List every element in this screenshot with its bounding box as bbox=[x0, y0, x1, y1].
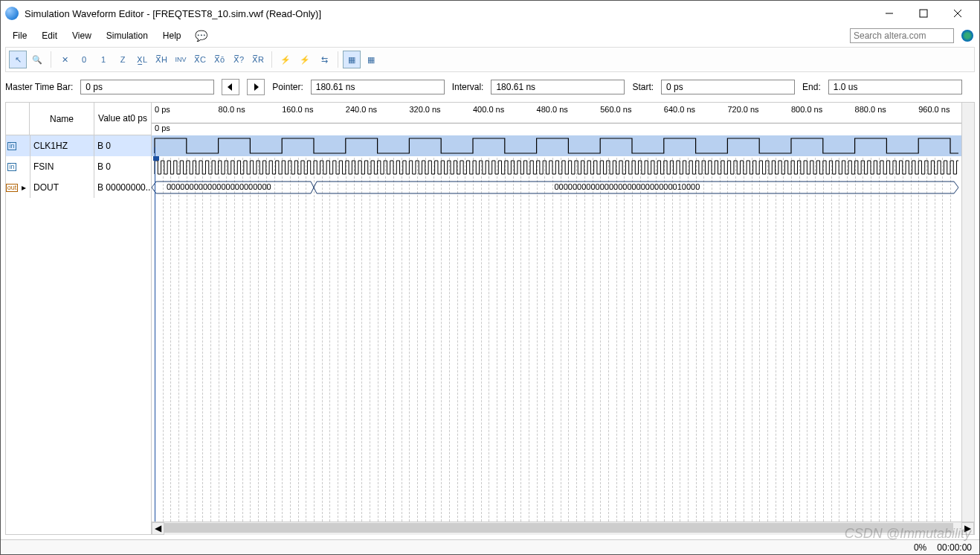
menu-view[interactable]: View bbox=[66, 28, 97, 43]
signal-dir-icon: in bbox=[6, 135, 18, 156]
signal-dir-icon: out bbox=[6, 177, 18, 198]
menu-bar: File Edit View Simulation Help 💬 bbox=[1, 26, 979, 45]
tool-pointer[interactable]: ↖ bbox=[9, 51, 27, 68]
tool-xo[interactable]: X̅ō bbox=[210, 51, 228, 68]
tool-xq[interactable]: X̅? bbox=[230, 51, 248, 68]
horizontal-scrollbar[interactable]: ◀ ▶ bbox=[152, 522, 974, 534]
globe-icon[interactable] bbox=[961, 30, 973, 42]
tool-force-1[interactable]: 1 bbox=[94, 51, 112, 68]
start-field[interactable] bbox=[661, 80, 795, 94]
waveform-row-dout[interactable]: 0000000000000000000000000000000000000000… bbox=[152, 177, 974, 198]
status-progress: 0% bbox=[914, 542, 926, 553]
menu-help[interactable]: Help bbox=[157, 28, 187, 43]
window-title: Simulation Waveform Editor - [FREQTEST8_… bbox=[25, 8, 872, 19]
prev-button[interactable] bbox=[222, 79, 239, 95]
waveform-row-fsin[interactable] bbox=[152, 156, 974, 177]
waveform-row-clk1hz[interactable] bbox=[152, 135, 974, 156]
toolbar: ↖ 🔍 ✕ 0 1 Z X̲L X̅H INV X̅C X̅ō X̅? X̅R … bbox=[5, 47, 975, 72]
tool-rand1[interactable]: ⚡ bbox=[277, 51, 294, 68]
help-bubble-icon[interactable]: 💬 bbox=[195, 30, 207, 42]
tool-rand2[interactable]: ⚡ bbox=[296, 51, 314, 68]
tool-force-xl[interactable]: X̲L bbox=[133, 51, 151, 68]
start-label: Start: bbox=[632, 82, 654, 92]
tool-zoom[interactable]: 🔍 bbox=[28, 51, 46, 68]
pointer-label: Pointer: bbox=[272, 82, 303, 92]
time-marker[interactable] bbox=[155, 147, 155, 522]
svg-rect-1 bbox=[920, 10, 927, 17]
signal-name: CLK1HZ bbox=[30, 135, 94, 156]
svg-marker-5 bbox=[254, 83, 259, 91]
expand-icon bbox=[18, 135, 30, 156]
col-value[interactable]: Value at0 ps bbox=[94, 103, 151, 135]
close-button[interactable] bbox=[941, 3, 975, 24]
master-time-field[interactable] bbox=[80, 80, 214, 94]
signal-row-fsin[interactable]: inFSINB 0 bbox=[6, 156, 151, 177]
status-time: 00:00:00 bbox=[937, 542, 972, 553]
end-label: End: bbox=[802, 82, 821, 92]
menu-edit[interactable]: Edit bbox=[36, 28, 63, 43]
tool-force-0[interactable]: 0 bbox=[75, 51, 93, 68]
menu-file[interactable]: File bbox=[7, 28, 33, 43]
next-button[interactable] bbox=[247, 79, 265, 95]
main-area: Name Value at0 ps inCLK1HZB 0inFSINB 0ou… bbox=[5, 102, 975, 535]
signal-value: B 0 bbox=[94, 156, 151, 177]
marker-label: 0 ps bbox=[155, 123, 170, 132]
waveform-canvas[interactable]: 0000000000000000000000000000000000000000… bbox=[152, 135, 974, 522]
signal-name: DOUT bbox=[30, 177, 94, 198]
tool-xr[interactable]: X̅R bbox=[249, 51, 267, 68]
signal-panel: Name Value at0 ps inCLK1HZB 0inFSINB 0ou… bbox=[6, 103, 152, 534]
scroll-right-icon[interactable]: ▶ bbox=[961, 522, 974, 535]
app-icon bbox=[5, 7, 19, 20]
tool-xc[interactable]: X̅C bbox=[191, 51, 209, 68]
status-bar: 0% 00:00:00 bbox=[1, 539, 979, 554]
tool-force-x[interactable]: ✕ bbox=[56, 51, 74, 68]
signal-name: FSIN bbox=[30, 156, 94, 177]
signal-row-dout[interactable]: out▸DOUTB 00000000... bbox=[6, 177, 151, 198]
tool-invert[interactable]: INV bbox=[172, 51, 190, 68]
tool-eq[interactable]: ▦ bbox=[362, 51, 380, 68]
tool-snap[interactable]: ⇆ bbox=[315, 51, 333, 68]
signal-value: B 0 bbox=[94, 135, 151, 156]
waveform-area: 0 ps80.0 ns160.0 ns240.0 ns320.0 ns400.0… bbox=[152, 103, 974, 534]
minimize-button[interactable] bbox=[872, 3, 906, 24]
marker-row[interactable]: 0 ps bbox=[152, 123, 974, 135]
tool-force-xh[interactable]: X̅H bbox=[152, 51, 170, 68]
tool-grid[interactable]: ▦ bbox=[343, 51, 361, 68]
time-ruler[interactable]: 0 ps80.0 ns160.0 ns240.0 ns320.0 ns400.0… bbox=[152, 103, 974, 123]
expand-icon bbox=[18, 156, 30, 177]
svg-marker-4 bbox=[228, 83, 232, 91]
search-input[interactable] bbox=[850, 28, 954, 43]
signal-header: Name Value at0 ps bbox=[6, 103, 151, 135]
scroll-left-icon[interactable]: ◀ bbox=[152, 522, 164, 535]
time-info-bar: Master Time Bar: Pointer: Interval: Star… bbox=[5, 77, 975, 97]
col-name[interactable]: Name bbox=[30, 103, 94, 135]
vertical-scrollbar[interactable] bbox=[961, 103, 974, 522]
pointer-field[interactable] bbox=[311, 80, 445, 94]
maximize-button[interactable] bbox=[906, 3, 941, 24]
interval-label: Interval: bbox=[452, 82, 484, 92]
signal-row-clk1hz[interactable]: inCLK1HZB 0 bbox=[6, 135, 151, 156]
expand-icon[interactable]: ▸ bbox=[18, 177, 30, 198]
title-bar: Simulation Waveform Editor - [FREQTEST8_… bbox=[1, 1, 979, 26]
menu-simulation[interactable]: Simulation bbox=[100, 28, 154, 43]
signal-dir-icon: in bbox=[6, 156, 18, 177]
end-field[interactable] bbox=[828, 80, 962, 94]
tool-force-z[interactable]: Z bbox=[114, 51, 132, 68]
signal-value: B 00000000... bbox=[94, 177, 151, 198]
master-time-label: Master Time Bar: bbox=[5, 82, 73, 92]
interval-field[interactable] bbox=[491, 80, 625, 94]
